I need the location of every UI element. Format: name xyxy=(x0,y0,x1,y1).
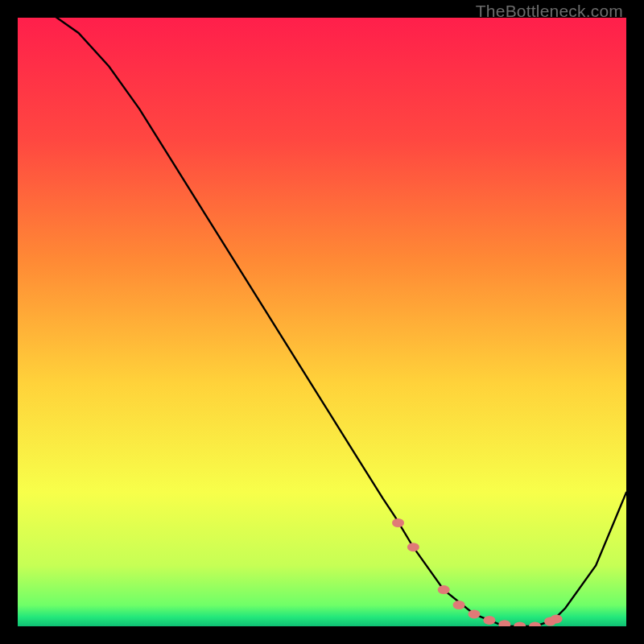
chart-background xyxy=(18,18,626,626)
bottleneck-curve-chart xyxy=(18,18,626,626)
marker-dot xyxy=(407,543,419,551)
chart-frame xyxy=(18,18,626,626)
marker-dot xyxy=(469,609,481,618)
marker-dot xyxy=(551,614,563,623)
marker-dot xyxy=(438,585,450,594)
marker-dot xyxy=(483,616,495,625)
marker-dot xyxy=(453,601,465,609)
marker-dot xyxy=(392,518,404,527)
